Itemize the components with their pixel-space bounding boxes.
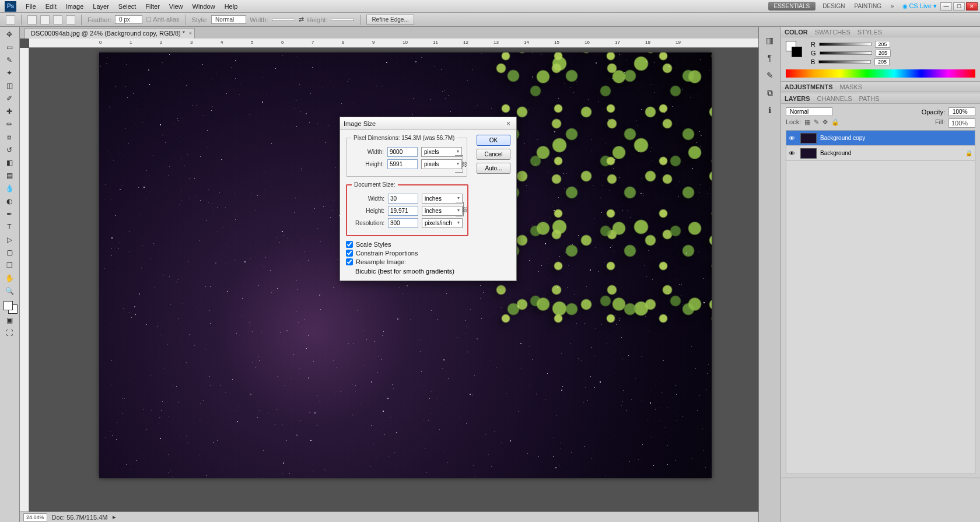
menu-help[interactable]: Help — [220, 1, 243, 12]
tool-path[interactable]: ▷ — [0, 233, 19, 246]
resample-checkbox[interactable] — [346, 258, 353, 265]
document-tab-close[interactable]: × — [189, 30, 192, 36]
window-close[interactable]: ✕ — [966, 2, 978, 10]
ruler-vertical[interactable] — [20, 48, 29, 512]
tool-stamp[interactable]: ⧈ — [0, 131, 19, 143]
constrain-checkbox[interactable] — [346, 250, 353, 257]
tool-wand[interactable]: ✦ — [0, 66, 19, 79]
dock-clone-icon[interactable]: ⧉ — [761, 85, 779, 100]
lock-pixels-icon[interactable]: ✎ — [814, 118, 819, 128]
lock-transparency-icon[interactable]: ▦ — [804, 118, 810, 128]
channels-tab[interactable]: CHANNELS — [817, 95, 852, 102]
styles-tab[interactable]: STYLES — [858, 29, 882, 36]
selection-subtract-icon[interactable] — [53, 15, 62, 24]
menu-select[interactable]: Select — [114, 1, 141, 12]
chain-icon[interactable]: ⛓ — [462, 206, 468, 212]
menu-filter[interactable]: Filter — [141, 1, 164, 12]
menu-edit[interactable]: Edit — [41, 1, 61, 12]
b-value[interactable]: 205 — [874, 58, 890, 65]
tool-brush[interactable]: ✏ — [0, 118, 19, 131]
workspace-design[interactable]: DESIGN — [818, 2, 849, 10]
doc-width-input[interactable] — [388, 194, 418, 204]
tool-hand[interactable]: ✋ — [0, 272, 19, 285]
workspace-more[interactable]: » — [886, 2, 899, 10]
tool-screenmode[interactable]: ⛶ — [0, 327, 19, 339]
layer-name[interactable]: Background copy — [820, 135, 865, 141]
layer-name[interactable]: Background — [820, 150, 851, 156]
tool-marquee[interactable]: ▭ — [0, 41, 19, 54]
adjustments-tab[interactable]: ADJUSTMENTS — [785, 83, 833, 90]
color-tab[interactable]: COLOR — [785, 29, 808, 36]
tool-lasso[interactable]: ✎ — [0, 54, 19, 66]
resolution-unit[interactable]: pixels/inch — [422, 218, 463, 228]
refine-edge-button[interactable]: Refine Edge... — [366, 15, 414, 24]
lock-all-icon[interactable]: 🔒 — [831, 118, 839, 128]
blend-mode-select[interactable]: Normal — [786, 107, 832, 116]
tool-history-brush[interactable]: ↺ — [0, 143, 19, 156]
tool-gradient[interactable]: ▤ — [0, 169, 19, 182]
selection-intersect-icon[interactable] — [66, 15, 75, 24]
window-minimize[interactable]: — — [940, 2, 952, 10]
r-slider[interactable] — [819, 43, 872, 46]
dock-history-icon[interactable]: ▥ — [761, 33, 779, 48]
px-height-input[interactable] — [387, 159, 418, 169]
tool-dodge[interactable]: ◐ — [0, 195, 19, 208]
dock-info-icon[interactable]: ℹ — [761, 103, 779, 118]
visibility-icon[interactable]: 👁 — [789, 150, 797, 157]
tool-eraser[interactable]: ◧ — [0, 156, 19, 169]
dialog-titlebar[interactable]: Image Size × — [340, 117, 516, 130]
resolution-input[interactable] — [388, 218, 418, 228]
visibility-icon[interactable]: 👁 — [789, 135, 797, 142]
workspace-essentials[interactable]: ESSENTIALS — [768, 2, 816, 10]
ok-button[interactable]: OK — [477, 135, 510, 146]
masks-tab[interactable]: MASKS — [840, 83, 863, 90]
tool-type[interactable]: T — [0, 220, 19, 233]
tool-eyedropper[interactable]: ✐ — [0, 92, 19, 105]
window-maximize[interactable]: ☐ — [953, 2, 965, 10]
spectrum-strip[interactable] — [786, 69, 975, 78]
selection-add-icon[interactable] — [40, 15, 50, 24]
layer-row[interactable]: 👁Background copy — [786, 131, 975, 146]
interpolation-select[interactable]: Bicubic (best for smooth gradients) — [355, 268, 472, 275]
dock-brushes-icon[interactable]: ✎ — [761, 68, 779, 83]
g-slider[interactable] — [820, 51, 872, 55]
dock-character-icon[interactable]: ¶ — [761, 50, 779, 65]
color-swatches[interactable] — [0, 301, 19, 314]
px-width-input[interactable] — [387, 147, 418, 157]
doc-height-input[interactable] — [388, 206, 418, 216]
tool-pen[interactable]: ✒ — [0, 208, 19, 220]
chain-icon[interactable]: ⛓ — [461, 161, 467, 167]
tool-3d[interactable]: ❒ — [0, 259, 19, 272]
opt-width-input[interactable] — [272, 19, 295, 21]
layer-row[interactable]: 👁Background🔒 — [786, 146, 975, 161]
style-select[interactable]: Normal — [211, 15, 246, 24]
tool-shape[interactable]: ▢ — [0, 246, 19, 259]
tool-quickmask[interactable]: ▣ — [0, 314, 19, 327]
layers-tab[interactable]: LAYERS — [785, 95, 810, 102]
cancel-button[interactable]: Cancel — [477, 149, 510, 160]
selection-new-icon[interactable] — [27, 15, 37, 24]
tool-blur[interactable]: 💧 — [0, 182, 19, 195]
opacity-input[interactable]: 100% — [949, 107, 975, 116]
menu-layer[interactable]: Layer — [88, 1, 114, 12]
layer-thumbnail[interactable] — [800, 133, 817, 143]
foreground-swatch[interactable] — [4, 301, 13, 310]
lock-position-icon[interactable]: ✥ — [822, 118, 828, 128]
fill-input[interactable]: 100% — [949, 118, 975, 128]
layer-thumbnail[interactable] — [800, 148, 817, 159]
document-tab[interactable]: DSC00094ab.jpg @ 24% (Background copy, R… — [24, 28, 195, 38]
tool-move[interactable]: ✥ — [0, 28, 19, 41]
menu-view[interactable]: View — [164, 1, 188, 12]
scale-styles-checkbox[interactable] — [346, 241, 353, 248]
dialog-close-button[interactable]: × — [504, 120, 513, 128]
color-panel-swatch[interactable] — [786, 41, 803, 58]
opt-height-input[interactable] — [331, 19, 354, 21]
feather-input[interactable]: 0 px — [115, 15, 142, 24]
paths-tab[interactable]: PATHS — [859, 95, 880, 102]
menu-window[interactable]: Window — [188, 1, 220, 12]
swap-dims-icon[interactable]: ⇄ — [299, 16, 304, 23]
zoom-field[interactable]: 24.04% — [23, 513, 47, 521]
b-slider[interactable] — [818, 60, 871, 64]
workspace-painting[interactable]: PAINTING — [850, 2, 886, 10]
swatches-tab[interactable]: SWATCHES — [815, 29, 850, 36]
